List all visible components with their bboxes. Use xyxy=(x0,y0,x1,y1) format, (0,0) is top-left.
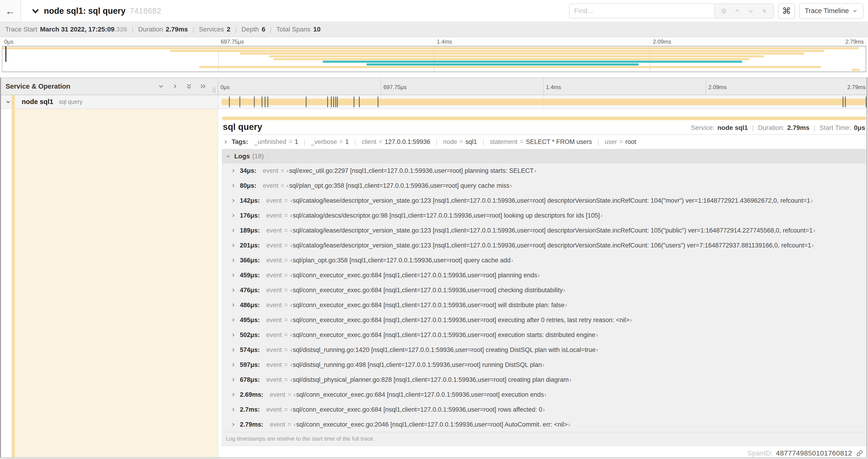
tags-accordion[interactable]: Tags: _unfinished 1 _verbose 1 xyxy=(222,135,866,149)
log-field-key: event xyxy=(267,272,282,279)
tag-key: _verbose xyxy=(311,138,337,145)
minimap-span-bar xyxy=(274,58,749,60)
log-field-value: sql/catalog/lease/descriptor_version_sta… xyxy=(290,197,813,204)
log-entry[interactable]: 80μs event sql/plan_opt.go:358 [nsql1,cl… xyxy=(222,178,866,193)
find-input[interactable] xyxy=(569,4,714,18)
separator: | xyxy=(752,124,754,132)
log-field-key: event xyxy=(267,331,282,339)
log-entry[interactable]: 486μs event sql/conn_executor_exec.go:68… xyxy=(222,298,866,313)
equals-sign xyxy=(289,138,292,145)
equals-sign xyxy=(459,138,463,145)
clear-search-icon[interactable] xyxy=(757,7,771,14)
log-entry[interactable]: 142μs event sql/catalog/lease/descriptor… xyxy=(222,193,866,208)
chevron-right-icon xyxy=(230,198,236,203)
tag-key: statement xyxy=(490,138,518,145)
log-entry[interactable]: 597μs event sql/distsql_running.go:498 [… xyxy=(222,357,866,372)
log-field-value: sql/conn_executor_exec.go:684 [nsql1,cli… xyxy=(290,406,545,413)
equals-sign xyxy=(288,421,291,428)
trace-timeline-page: ← node sql1: sql query 7418682 ⌘ Trace T… xyxy=(0,0,868,459)
equals-sign xyxy=(520,138,524,145)
view-selector-button[interactable]: Trace Timeline xyxy=(799,3,863,19)
minimap-scrubber-handle[interactable] xyxy=(5,46,6,62)
log-tick-mark xyxy=(336,97,336,107)
log-field-value: sql/conn_executor_exec.go:684 [nsql1,cli… xyxy=(293,391,546,398)
log-tick-mark xyxy=(254,97,254,107)
log-entry[interactable]: 2.69ms event sql/conn_executor_exec.go:6… xyxy=(222,387,866,402)
minimap-canvas[interactable] xyxy=(2,46,866,72)
back-arrow-icon: ← xyxy=(5,5,16,17)
logs-footnote: Log timestamps are relative to the start… xyxy=(222,432,866,446)
equals-sign xyxy=(284,227,288,234)
chevron-right-icon xyxy=(230,183,236,189)
log-field-value: sql/catalog/descs/descriptor.go:98 [nsql… xyxy=(290,212,602,219)
tag-item: user root xyxy=(605,138,636,145)
log-entry[interactable]: 2.79ms event sql/conn_executor_exec.go:2… xyxy=(222,417,866,432)
log-field-key: event xyxy=(267,212,282,219)
log-entry[interactable]: 2.7ms event sql/conn_executor_exec.go:68… xyxy=(222,402,866,417)
log-entry[interactable]: 678μs event sql/distsql_physical_planner… xyxy=(222,372,866,387)
expand-all-icon[interactable] xyxy=(199,83,207,90)
column-resizer-handle[interactable] xyxy=(213,87,215,93)
span-id-value: 4877749850101760812 xyxy=(776,449,852,457)
span-row: node sql1 sql query xyxy=(0,95,868,109)
timeline-controls xyxy=(157,83,207,90)
tag-key: _unfinished xyxy=(254,138,286,145)
logs-label: Logs xyxy=(234,153,250,160)
expand-one-icon[interactable] xyxy=(172,83,179,90)
log-entry[interactable]: 459μs event sql/conn_executor_exec.go:68… xyxy=(222,268,866,283)
trace-collapse-toggle[interactable] xyxy=(31,6,40,15)
chevron-right-icon xyxy=(230,362,236,368)
equals-sign xyxy=(284,287,288,294)
next-result-icon[interactable] xyxy=(744,7,757,14)
log-field-value: sql/distsql_physical_planner.go:828 [nsq… xyxy=(290,376,571,384)
log-field-key: event xyxy=(263,167,278,174)
locate-result-icon[interactable] xyxy=(717,7,731,14)
scrollbar-track[interactable] xyxy=(867,77,867,458)
log-tick-mark xyxy=(337,97,338,107)
log-entry[interactable]: 495μs event sql/conn_executor_exec.go:68… xyxy=(222,313,866,327)
log-entry[interactable]: 189μs event sql/catalog/lease/descriptor… xyxy=(222,223,866,238)
minimap-span-bar xyxy=(2,47,859,49)
timeline-minimap[interactable]: 0μs697.75μs1.4ms2.09ms2.79ms xyxy=(0,37,868,72)
log-entry[interactable]: 34μs event sql/exec_util.go:2297 [nsql1,… xyxy=(222,163,866,178)
equals-sign xyxy=(379,138,382,145)
equals-sign xyxy=(284,197,288,204)
chevron-down-icon xyxy=(5,99,11,105)
log-entry[interactable]: 574μs event sql/distsql_running.go:1420 … xyxy=(222,342,866,357)
log-timestamp: 2.69ms xyxy=(240,391,264,398)
collapse-one-icon[interactable] xyxy=(157,83,164,90)
equals-sign xyxy=(284,376,288,384)
equals-sign xyxy=(284,346,288,354)
log-timestamp: 189μs xyxy=(240,227,260,234)
back-button[interactable]: ← xyxy=(0,0,21,22)
minimap-span-row xyxy=(2,58,866,60)
log-entry[interactable]: 502μs event sql/conn_executor_exec.go:68… xyxy=(222,327,866,342)
tag-key: node xyxy=(443,138,457,145)
service-color-accent xyxy=(12,109,15,457)
span-row-name-cell[interactable]: node sql1 sql query xyxy=(0,95,218,108)
span-id-row: SpanID: 4877749850101760812 xyxy=(222,449,866,457)
ruler-tick-label: 1.4ms xyxy=(546,84,561,91)
minimap-span-bar xyxy=(170,50,825,52)
log-field-value: sql/catalog/lease/descriptor_version_sta… xyxy=(290,227,815,234)
log-timestamp: 597μs xyxy=(240,361,260,368)
minimap-span-rows xyxy=(2,47,866,71)
log-entry[interactable]: 201μs event sql/catalog/lease/descriptor… xyxy=(222,238,866,253)
minimap-span-row xyxy=(2,66,866,68)
previous-result-icon[interactable] xyxy=(731,7,744,14)
logs-header[interactable]: Logs (18) xyxy=(222,149,866,163)
log-entry[interactable]: 366μs event sql/plan_opt.go:358 [nsql1,c… xyxy=(222,253,866,268)
log-tick-mark xyxy=(359,97,360,107)
log-field-key: event xyxy=(270,391,285,398)
axis-tick-label: 2.09ms xyxy=(653,38,671,45)
summary-item: Depth 6 xyxy=(242,26,277,33)
keyboard-shortcuts-button[interactable]: ⌘ xyxy=(778,3,795,19)
log-entry[interactable]: 176μs event sql/catalog/descs/descriptor… xyxy=(222,208,866,223)
copy-link-icon[interactable] xyxy=(856,450,863,457)
log-entry[interactable]: 476μs event sql/conn_executor_exec.go:68… xyxy=(222,283,866,298)
log-timestamp: 459μs xyxy=(240,272,260,279)
tag-value: root xyxy=(625,138,636,145)
collapse-all-icon[interactable] xyxy=(186,83,192,90)
span-detail-section: sql query Service: node sql1 | Duration:… xyxy=(0,109,868,457)
equals-sign xyxy=(281,182,284,189)
